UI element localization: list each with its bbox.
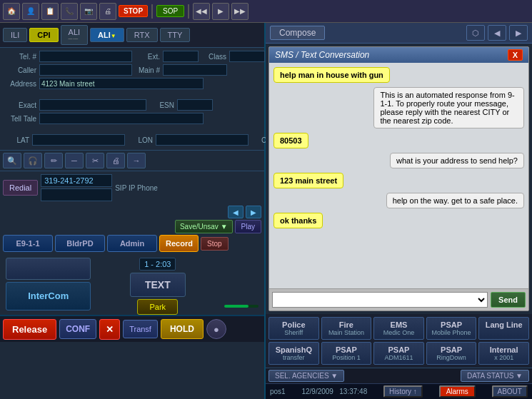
x-button[interactable]: ✕ [99,319,120,340]
toolbar-camera-icon[interactable]: 📷 [80,3,97,20]
about-button[interactable]: ABOUT [492,385,528,398]
agency-ems[interactable]: EMS Medic One [373,317,424,340]
toolbar-next-icon[interactable]: ▶▶ [231,3,249,20]
right-panel: Compose ⬡ ◀ ▶ SMS / Text Conversation X … [266,23,532,399]
plus-icon-btn[interactable]: ─ [65,153,84,168]
class-input[interactable] [229,51,265,62]
status-bar: pos1 12/9/2009 13:37:48 History ↑ Alarms… [266,383,532,399]
toolbar-user-icon[interactable]: 👤 [22,3,39,20]
status-date: 12/9/2009 13:37:48 [301,388,367,395]
tel-input[interactable] [39,51,132,62]
toolbar-home-icon[interactable]: 🏠 [3,3,20,20]
toolbar-sop-button[interactable]: SOP [156,5,184,17]
sms-input-row: Send [269,288,528,310]
print-icon-btn[interactable]: 🖨 [106,153,125,168]
tell-tale-label: Tell Tale [4,115,36,123]
exact-label: Exact [4,101,36,109]
address-input[interactable] [39,78,204,89]
big-btn-1[interactable] [6,258,91,280]
tab-ali2[interactable]: ALI▼ [90,28,124,42]
agency-psap-adm[interactable]: PSAP ADM1611 [373,342,424,365]
release-button[interactable]: Release [3,319,56,340]
tab-ili[interactable]: ILI [3,28,27,42]
sms-title: SMS / Text Conversation [275,50,369,60]
agency-psap-pos1[interactable]: PSAP Position 1 [321,342,372,365]
tell-tale-input[interactable] [39,113,204,124]
compose-tab[interactable]: Compose [270,26,325,40]
send-button[interactable]: Send [491,292,526,308]
tab-ali[interactable]: ALI ─·─ [61,25,89,45]
toolbar-phone-icon[interactable]: 📞 [61,3,78,20]
ext-label: Ext. [135,53,160,61]
tab-tty[interactable]: TTY [160,28,191,42]
exact-input[interactable] [39,99,146,111]
text-label[interactable]: TEXT [130,273,186,297]
admin-button[interactable]: Admin [107,235,157,252]
msg-4: what is your address to send help? [390,153,524,168]
esn-input[interactable] [177,99,213,111]
lon-input[interactable] [156,134,249,146]
toolbar-print-icon[interactable]: 🖨 [99,3,116,20]
hold-button[interactable]: HOLD [161,319,204,339]
conf-button[interactable]: CONF [59,319,96,339]
alarms-button[interactable]: Alarms [439,385,476,398]
record-button[interactable]: Record [159,235,199,252]
toolbar-clipboard-icon[interactable]: 📋 [41,3,59,20]
pencil-icon-btn[interactable]: ✏ [44,153,63,168]
sel-agencies-button[interactable]: SEL. AGENCIES ▼ [268,370,344,382]
play-button[interactable]: Play [235,220,261,233]
toolbar: 🏠 👤 📋 📞 📷 🖨 STOP SOP ◀◀ ▶ ▶▶ [0,0,532,23]
compose-icon-1[interactable]: ⬡ [466,25,485,41]
tel-row: Tel. # Ext. Class [4,51,260,62]
lat-label: LAT [4,136,29,144]
park-button[interactable]: Park [137,299,178,315]
agency-fire[interactable]: Fire Main Station [321,317,372,340]
compose-icon-3[interactable]: ▶ [509,25,528,41]
agency-internal[interactable]: Internal x 2001 [478,342,529,365]
arrow-right-icon-btn[interactable]: → [127,153,146,168]
ext-input[interactable] [163,51,199,62]
sms-close-button[interactable]: X [508,49,523,61]
compose-icon-2[interactable]: ◀ [488,25,506,41]
agency-psap-mobile[interactable]: PSAP Mobile Phone [426,317,477,340]
address-row: Address [4,78,260,89]
agency-lang-line[interactable]: Lang Line [478,317,529,340]
lat-row: LAT LON Conf [4,134,260,146]
e911-button[interactable]: E9-1-1 [3,235,53,252]
agency-psap-ring[interactable]: PSAP RingDown [426,342,477,365]
nav-right-button[interactable]: ▶ [246,206,261,218]
tab-rtx[interactable]: RTX [126,28,158,42]
tab-cpi[interactable]: CPI [29,28,58,42]
scissors-icon-btn[interactable]: ✂ [86,153,104,168]
redial-button[interactable]: Redial [3,180,38,196]
main-layout: ILI CPI ALI ─·─ ALI▼ RTX TTY Tel. # Ext.… [0,23,532,399]
toolbar-prev-icon[interactable]: ◀◀ [193,3,210,20]
history-button[interactable]: History ↑ [383,385,423,398]
tabs-row: ILI CPI ALI ─·─ ALI▼ RTX TTY [0,23,264,48]
agency-police[interactable]: Police Sheriff [268,317,319,340]
msg-2: This is an automated response from 9-1-1… [373,87,524,128]
search-icon-btn[interactable]: 🔍 [3,153,21,168]
stop-button[interactable]: Stop [201,237,229,251]
phone-secondary-input[interactable] [41,188,112,201]
headset-icon-btn[interactable]: 🎧 [24,153,42,168]
lat-input[interactable] [32,134,125,146]
intercom-button[interactable]: InterCom [6,282,91,311]
nav-left-button[interactable]: ◀ [228,206,244,218]
agency-spanish-q[interactable]: SpanishQ transfer [268,342,319,365]
caller-input[interactable] [39,64,132,76]
msg-6: help on the way. get to a safe place. [386,193,524,208]
sms-input-field[interactable] [272,292,488,308]
save-unsav-button[interactable]: Save/Unsav ▼ [175,220,233,233]
toolbar-play-icon[interactable]: ▶ [212,3,229,20]
phone-area: Redial SIP IP Phone [0,171,264,204]
toolbar-stop-button[interactable]: STOP [119,5,148,17]
bldr-pd-button[interactable]: BldrPD [55,235,105,252]
circle-button[interactable]: ● [206,319,226,339]
data-status-button[interactable]: DATA STATUS ▼ [461,370,529,382]
phone-number-input[interactable] [41,174,112,187]
main-input[interactable] [163,64,227,76]
caller-label: Caller [4,66,36,74]
transf-button[interactable]: Transf [123,320,158,338]
timer-display: 1 - 2:03 [139,258,176,271]
